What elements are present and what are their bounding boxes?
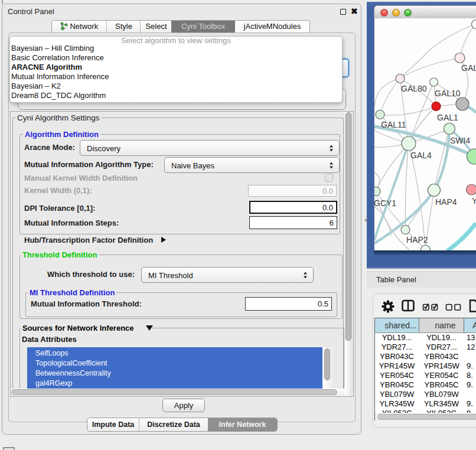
svg-text:GAL80: GAL80 <box>401 84 427 93</box>
svg-text:SWI4: SWI4 <box>450 136 470 145</box>
svg-text:GAL1: GAL1 <box>437 113 458 122</box>
svg-text:GAL8: GAL8 <box>461 63 476 73</box>
svg-text:Y: Y <box>472 196 476 206</box>
svg-text:GAL4: GAL4 <box>410 151 432 160</box>
svg-text:GAL11: GAL11 <box>381 120 406 129</box>
svg-text:GAL10: GAL10 <box>435 89 461 98</box>
svg-text:HAP4: HAP4 <box>435 197 457 207</box>
svg-text:GCY1: GCY1 <box>374 198 396 208</box>
svg-text:HAP2: HAP2 <box>406 235 428 244</box>
